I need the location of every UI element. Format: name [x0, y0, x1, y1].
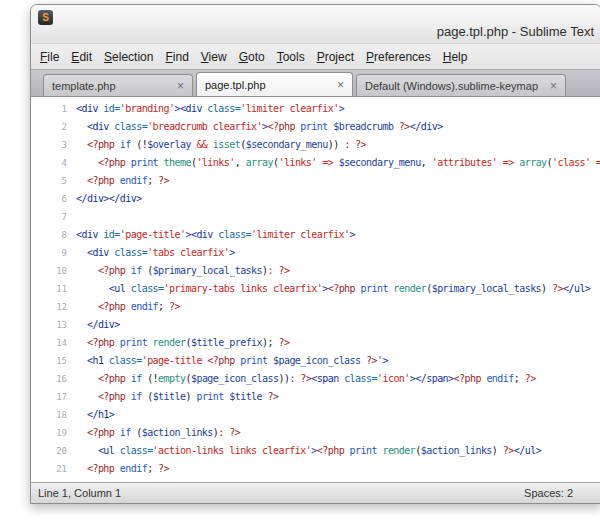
line-number: 13: [31, 316, 76, 334]
line-number: 16: [31, 370, 76, 388]
code-text: <?php endif; ?>: [76, 172, 169, 190]
code-text: <ul class='primary-tabs links clearfix'>…: [76, 280, 590, 298]
code-text: </h1>: [76, 406, 114, 424]
code-text: <div id='page-title'><div class='limiter…: [76, 226, 355, 244]
code-line[interactable]: 3 <?php if (!$overlay && isset($secondar…: [31, 136, 600, 154]
code-line[interactable]: 7: [31, 208, 600, 226]
tab-bar: template.php×page.tpl.php×Default (Windo…: [31, 69, 600, 97]
line-number: 15: [31, 352, 76, 370]
code-line[interactable]: 5 <?php endif; ?>: [31, 172, 600, 190]
code-line[interactable]: 15 <h1 class='page-title <?php print $pa…: [31, 352, 600, 370]
tab-page.tpl.php[interactable]: page.tpl.php×: [196, 72, 353, 96]
code-line[interactable]: 21 <?php endif; ?>: [31, 460, 600, 478]
sublime-window: S page.tpl.php - Sublime Text FileEditSe…: [30, 4, 600, 504]
line-number: 14: [31, 334, 76, 352]
tab-label: template.php: [52, 80, 116, 92]
title-bar[interactable]: S page.tpl.php - Sublime Text: [31, 5, 600, 44]
tab-label: page.tpl.php: [205, 79, 266, 91]
menu-item-project[interactable]: Project: [311, 47, 360, 67]
code-line[interactable]: 8<div id='page-title'><div class='limite…: [31, 226, 600, 244]
code-text: <?php endif; ?>: [76, 298, 180, 316]
code-line[interactable]: 17 <?php if ($title) print $title ?>: [31, 388, 600, 406]
line-number: 8: [31, 226, 76, 244]
line-number: 1: [31, 100, 76, 118]
code-text: <h1 class='page-title <?php print $page_…: [76, 352, 388, 370]
close-icon[interactable]: ×: [177, 79, 184, 93]
code-text: <div id='branding'><div class='limiter c…: [76, 100, 344, 118]
code-line[interactable]: 19 <?php if ($action_links): ?>: [31, 424, 600, 442]
line-number: 11: [31, 280, 76, 298]
line-number: 10: [31, 262, 76, 280]
window-title: page.tpl.php - Sublime Text: [437, 24, 594, 39]
code-line[interactable]: 18 </h1>: [31, 406, 600, 424]
menu-item-tools[interactable]: Tools: [271, 47, 311, 67]
indent-setting[interactable]: Spaces: 2: [524, 487, 573, 499]
code-text: <ul class='action-links links clearfix'>…: [76, 442, 541, 460]
menu-item-file[interactable]: File: [34, 47, 65, 67]
tab-template.php[interactable]: template.php×: [43, 74, 193, 96]
code-text: <div class='breadcrumb clearfix'><?php p…: [76, 118, 443, 136]
code-line[interactable]: 10 <?php if ($primary_local_tasks): ?>: [31, 262, 600, 280]
code-line[interactable]: 4 <?php print theme('links', array('link…: [31, 154, 600, 172]
line-number: 4: [31, 154, 76, 172]
code-text: <?php if ($action_links): ?>: [76, 424, 240, 442]
code-line[interactable]: 20 <ul class='action-links links clearfi…: [31, 442, 600, 460]
code-text: </div></div>: [76, 190, 142, 208]
code-line[interactable]: 16 <?php if (!empty($page_icon_class)): …: [31, 370, 600, 388]
line-number: 7: [31, 208, 76, 226]
desktop-background: S page.tpl.php - Sublime Text FileEditSe…: [0, 0, 600, 529]
line-number: 6: [31, 190, 76, 208]
code-text: <div class='tabs clearfix'>: [76, 244, 235, 262]
menu-item-selection[interactable]: Selection: [98, 47, 159, 67]
code-line[interactable]: 1<div id='branding'><div class='limiter …: [31, 100, 600, 118]
line-number: 12: [31, 298, 76, 316]
menu-item-help[interactable]: Help: [437, 47, 474, 67]
code-text: <?php print theme('links', array('links'…: [76, 154, 600, 172]
app-icon-glyph: S: [42, 12, 49, 23]
code-line[interactable]: 12 <?php endif; ?>: [31, 298, 600, 316]
close-icon[interactable]: ×: [337, 78, 344, 92]
code-line[interactable]: 11 <ul class='primary-tabs links clearfi…: [31, 280, 600, 298]
close-icon[interactable]: ×: [550, 79, 557, 93]
line-number: 20: [31, 442, 76, 460]
app-icon[interactable]: S: [38, 10, 53, 25]
tab-label: Default (Windows).sublime-keymap: [365, 80, 538, 92]
cursor-position: Line 1, Column 1: [31, 487, 121, 499]
line-number: 18: [31, 406, 76, 424]
code-text: <?php if (!empty($page_icon_class)): ?><…: [76, 370, 536, 388]
code-line[interactable]: 6</div></div>: [31, 190, 600, 208]
line-number: 5: [31, 172, 76, 190]
line-number: 9: [31, 244, 76, 262]
code-line[interactable]: 2 <div class='breadcrumb clearfix'><?php…: [31, 118, 600, 136]
code-line[interactable]: 9 <div class='tabs clearfix'>: [31, 244, 600, 262]
tab-default-windows-.sublime-keymap[interactable]: Default (Windows).sublime-keymap×: [356, 74, 566, 96]
status-bar: Line 1, Column 1 Spaces: 2: [31, 482, 600, 503]
code-line[interactable]: 14 <?php print render($title_prefix); ?>: [31, 334, 600, 352]
line-number: 3: [31, 136, 76, 154]
code-text: <?php if (!$overlay && isset($secondary_…: [76, 136, 366, 154]
menu-item-preferences[interactable]: Preferences: [360, 47, 437, 67]
code-text: <?php if ($title) print $title ?>: [76, 388, 278, 406]
line-number: 17: [31, 388, 76, 406]
code-line[interactable]: 13 </div>: [31, 316, 600, 334]
code-text: <?php if ($primary_local_tasks): ?>: [76, 262, 289, 280]
code-text: <?php print render($title_prefix); ?>: [76, 334, 289, 352]
code-text: </div>: [76, 316, 120, 334]
code-area[interactable]: 1<div id='branding'><div class='limiter …: [31, 97, 600, 482]
line-number: 2: [31, 118, 76, 136]
menu-item-edit[interactable]: Edit: [65, 47, 98, 67]
line-number: 19: [31, 424, 76, 442]
code-text: <?php endif; ?>: [76, 460, 169, 478]
line-number: 21: [31, 460, 76, 478]
menu-bar: FileEditSelectionFindViewGotoToolsProjec…: [31, 44, 600, 69]
menu-item-find[interactable]: Find: [159, 47, 194, 67]
menu-item-view[interactable]: View: [195, 47, 233, 67]
menu-item-goto[interactable]: Goto: [233, 47, 271, 67]
